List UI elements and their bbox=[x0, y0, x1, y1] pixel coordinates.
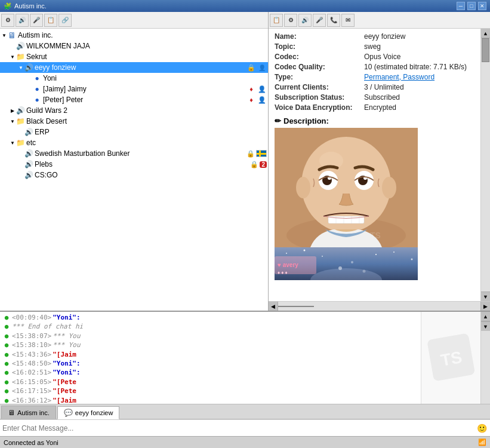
scroll-right-btn[interactable]: ▶ bbox=[480, 302, 490, 311]
tree-item-blackdesert[interactable]: ▼ 📁 Black Desert bbox=[0, 116, 268, 127]
channel-icon-gw2: 🔊 bbox=[16, 106, 25, 115]
h-scroll-track bbox=[278, 306, 480, 307]
toolbar-btn-1[interactable]: ⚙ bbox=[1, 14, 14, 27]
status-left: Connected as Yoni bbox=[4, 439, 58, 446]
tree-item-yoni[interactable]: ● Yoni bbox=[0, 73, 268, 84]
tree-item-wilkommen[interactable]: 🔊 WILKOMMEN JAJA bbox=[0, 41, 268, 51]
svg-point-4 bbox=[296, 177, 310, 198]
clients-label: Current Clients: bbox=[275, 83, 364, 91]
tree-item-plebs[interactable]: 🔊 Plebs 🔒 2 bbox=[0, 159, 268, 170]
chat-system-3: *** You bbox=[53, 332, 80, 340]
toolbar-btn-2[interactable]: 🔊 bbox=[16, 14, 29, 27]
chat-line-7: ● <16:02:51> "Yoni": bbox=[2, 368, 418, 377]
info-toolbar-btn-4[interactable]: 🎤 bbox=[313, 14, 326, 27]
info-encryption-row: Voice Data Encryption: Encrypted bbox=[275, 103, 474, 112]
scroll-down-btn[interactable]: ▼ bbox=[481, 291, 490, 301]
h-scroll-thumb[interactable] bbox=[278, 306, 314, 307]
chat-user-6: "Yoni": bbox=[53, 359, 80, 368]
channel-icon-eeyy: 🔊 bbox=[24, 63, 33, 72]
etc-label: etc bbox=[26, 139, 36, 147]
tree-item-sekrut[interactable]: ▼ 📁 Sekrut bbox=[0, 51, 268, 62]
info-scrollbar[interactable]: ▲ ▼ bbox=[480, 29, 490, 301]
info-toolbar-btn-5[interactable]: 📞 bbox=[327, 14, 340, 27]
scroll-thumb[interactable] bbox=[482, 38, 489, 62]
maximize-button[interactable]: □ bbox=[467, 2, 476, 10]
chat-scroll-down[interactable]: ▼ bbox=[481, 321, 490, 331]
svg-text:TS: TS bbox=[439, 348, 463, 370]
codec-label: Codec: bbox=[275, 53, 364, 61]
no-arrow-peter bbox=[26, 97, 32, 103]
chat-time-5: <15:43:36> bbox=[12, 350, 51, 359]
server-tree: ▼ 🖥 Autism inc. 🔊 WILKOMMEN JAJA ▼ 📁 Sek… bbox=[0, 29, 268, 311]
scroll-left-btn[interactable]: ◀ bbox=[269, 302, 278, 311]
close-button[interactable]: ✕ bbox=[478, 2, 486, 10]
badge-jaimy-2: 👤 bbox=[257, 84, 267, 94]
eeyy-label: eeyy fonziew bbox=[35, 63, 76, 72]
plebs-label: Plebs bbox=[35, 160, 53, 168]
jaimy-label: [Jaimy] Jaimy bbox=[43, 85, 87, 93]
tree-item-peter[interactable]: ● [Peter] Peter ♦ 👤 bbox=[0, 94, 268, 105]
chat-scroll-up[interactable]: ▲ bbox=[481, 312, 490, 321]
chat-input[interactable] bbox=[2, 424, 476, 432]
chat-user-8: "[Pete bbox=[53, 378, 76, 386]
emoji-button[interactable]: 🙂 bbox=[476, 422, 488, 434]
expand-arrow: ▼ bbox=[1, 32, 7, 38]
channel-info: Name: eeyy fonziew Topic: sweg Codec: Op… bbox=[269, 29, 480, 301]
tree-item-swbunker[interactable]: 🔊 Swedish Masturbation Bunker 🔒 bbox=[0, 148, 268, 159]
tree-item-csgo[interactable]: 🔊 CS:GO bbox=[0, 170, 268, 180]
tree-item-etc[interactable]: ▼ 📁 etc bbox=[0, 137, 268, 148]
chat-input-bar: 🙂 bbox=[0, 419, 490, 436]
badge-peter-1: ♦ bbox=[246, 95, 256, 105]
no-arrow-plebs bbox=[18, 161, 24, 167]
info-type-row: Type: Permanent, Password bbox=[275, 73, 474, 81]
info-clients-row: Current Clients: 3 / Unlimited bbox=[275, 83, 474, 91]
user-icon-jaimy: ● bbox=[32, 84, 42, 94]
peter-label: [Peter] Peter bbox=[43, 96, 83, 104]
tab-autism[interactable]: 🖥 Autism inc. bbox=[1, 406, 56, 419]
expand-arrow-etc: ▼ bbox=[10, 140, 16, 146]
svg-point-5 bbox=[382, 177, 396, 198]
info-name-row: Name: eeyy fonziew bbox=[275, 32, 474, 41]
tree-item-gw2[interactable]: ▶ 🔊 Guild Wars 2 bbox=[0, 105, 268, 116]
tree-item-eeyy[interactable]: ▼ 🔊 eeyy fonziew 🔒 👤 bbox=[0, 62, 268, 73]
chat-log: ● <00:09:40> "Yoni": ● *** End of chat h… bbox=[0, 312, 421, 404]
expand-arrow-wilkommen bbox=[10, 43, 16, 49]
tree-item-jaimy[interactable]: ● [Jaimy] Jaimy ♦ 👤 bbox=[0, 84, 268, 94]
info-toolbar-btn-2[interactable]: ⚙ bbox=[284, 14, 297, 27]
main-content: ⚙ 🔊 🎤 📋 🔗 ▼ 🖥 Autism inc. 🔊 WILKOMMEN JA… bbox=[0, 12, 490, 311]
chat-time-9: <16:17:15> bbox=[12, 386, 51, 395]
info-h-scrollbar[interactable]: ◀ ▶ bbox=[269, 301, 490, 311]
channel-icon-erp: 🔊 bbox=[24, 127, 33, 137]
user-icon-yoni: ● bbox=[32, 73, 42, 83]
peter-badges: ♦ 👤 bbox=[246, 95, 267, 105]
type-value[interactable]: Permanent, Password bbox=[364, 73, 434, 81]
chat-scrollbar[interactable]: ▲ ▼ bbox=[480, 312, 490, 404]
user-icon-peter: ● bbox=[32, 95, 42, 105]
info-toolbar-btn-6[interactable]: ✉ bbox=[341, 14, 355, 27]
chat-user-10: "[Jaim bbox=[53, 396, 76, 404]
tree-item-erp[interactable]: 🔊 ERP bbox=[0, 127, 268, 137]
svg-point-31 bbox=[351, 261, 353, 263]
toolbar-btn-3[interactable]: 🎤 bbox=[30, 14, 43, 27]
tab-eeyy[interactable]: 💬 eeyy fonziew bbox=[57, 406, 120, 419]
tree-item-server[interactable]: ▼ 🖥 Autism inc. bbox=[0, 30, 268, 41]
chat-user-9: "[Pete bbox=[53, 386, 76, 395]
flag-sweden bbox=[256, 150, 267, 157]
name-value: eeyy fonziew bbox=[364, 32, 405, 41]
minimize-button[interactable]: ─ bbox=[457, 2, 465, 10]
svg-text:♦ ♦ ♦: ♦ ♦ ♦ bbox=[278, 270, 288, 275]
chat-line-8: ● <16:15:05> "[Pete bbox=[2, 378, 418, 386]
chat-time-4: <15:38:10> bbox=[12, 340, 51, 349]
chat-area: ● <00:09:40> "Yoni": ● *** End of chat h… bbox=[0, 312, 490, 404]
toolbar-btn-5[interactable]: 🔗 bbox=[58, 14, 72, 27]
server-icon: 🖥 bbox=[7, 30, 17, 40]
description-images: TS bbox=[275, 128, 474, 280]
info-toolbar-btn-1[interactable]: 📋 bbox=[270, 14, 283, 27]
clients-value: 3 / Unlimited bbox=[364, 83, 404, 91]
info-quality-row: Codec Quality: 10 (estimated bitrate: 7.… bbox=[275, 63, 474, 71]
no-arrow-jaimy bbox=[26, 86, 32, 92]
expand-arrow-bd: ▼ bbox=[10, 118, 16, 124]
scroll-up-btn[interactable]: ▲ bbox=[481, 29, 490, 38]
info-toolbar-btn-3[interactable]: 🔊 bbox=[298, 14, 312, 27]
toolbar-btn-4[interactable]: 📋 bbox=[44, 14, 57, 27]
